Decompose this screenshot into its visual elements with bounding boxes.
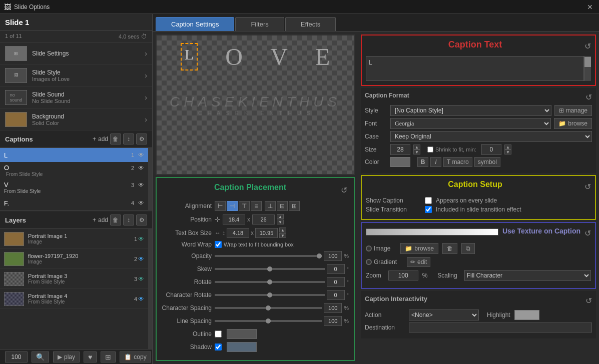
- outline-checkbox[interactable]: [215, 330, 222, 338]
- caption-setup-reset[interactable]: ↺: [584, 182, 591, 192]
- char-rotate-input[interactable]: [327, 290, 345, 300]
- layer-item-4[interactable]: Portrait Image 4 From Slide Style 4 👁: [0, 289, 148, 309]
- browse-font-button[interactable]: 📁 browse: [554, 118, 592, 129]
- line-spacing-input[interactable]: [324, 316, 342, 326]
- tab-filters[interactable]: Filters: [235, 17, 284, 31]
- size-down-button[interactable]: ▼: [413, 150, 420, 154]
- align-justify-button[interactable]: ≡: [251, 201, 262, 211]
- slide-settings-item[interactable]: ⊞ Slide Settings ›: [0, 42, 152, 64]
- align-left-button[interactable]: ⊢: [215, 201, 226, 211]
- textbox-w-input[interactable]: 4.18: [227, 228, 249, 238]
- caption-sub-v: From Slide Style: [4, 188, 41, 194]
- shadow-checkbox[interactable]: [215, 344, 222, 350]
- edit-gradient-button[interactable]: ✏ edit: [407, 257, 430, 267]
- caption-item-f[interactable]: F. 4 👁: [0, 196, 148, 210]
- layers-scrollbar[interactable]: [148, 229, 152, 349]
- tab-caption-settings[interactable]: Caption Settings: [156, 17, 234, 31]
- play-button[interactable]: ▶ play: [53, 352, 80, 362]
- opacity-slider[interactable]: [215, 255, 322, 257]
- move-layer-button[interactable]: ↕: [123, 214, 134, 226]
- zoom-value-input[interactable]: 100: [388, 270, 418, 280]
- screen-button[interactable]: ⊞: [101, 352, 116, 362]
- zoom-input[interactable]: 100: [5, 352, 28, 362]
- italic-button[interactable]: I: [430, 157, 441, 167]
- opacity-input[interactable]: [324, 251, 342, 261]
- style-select[interactable]: [No Caption Style]: [390, 105, 551, 116]
- caption-settings-button[interactable]: ⚙: [136, 134, 147, 144]
- shadow-color[interactable]: [227, 342, 257, 352]
- align-right-button[interactable]: ⊤: [239, 201, 250, 211]
- delete-texture-button[interactable]: 🗑: [442, 243, 457, 254]
- tab-effects[interactable]: Effects: [285, 17, 336, 31]
- transition-checkbox[interactable]: [425, 206, 432, 213]
- caption-placement-reset[interactable]: ↺: [339, 185, 349, 195]
- gradient-radio[interactable]: [366, 259, 372, 265]
- layer-settings-button[interactable]: ⚙: [136, 214, 147, 226]
- outline-color[interactable]: [227, 329, 257, 339]
- interactivity-reset[interactable]: ↺: [585, 296, 592, 306]
- align-center-v-button[interactable]: ⊟: [277, 201, 288, 211]
- textbox-h-input[interactable]: 10.95: [255, 228, 278, 238]
- align-top-button[interactable]: ⊥: [265, 201, 276, 211]
- skew-slider[interactable]: [215, 268, 325, 270]
- browse-texture-button[interactable]: 📁 browse: [400, 243, 438, 254]
- size-up-button[interactable]: ▲: [413, 144, 420, 150]
- heart-button[interactable]: ♥: [84, 352, 97, 362]
- align-center-h-button[interactable]: ⊣: [227, 201, 238, 211]
- add-layer-button[interactable]: + add: [93, 214, 108, 226]
- shrink-up-button[interactable]: ▲: [504, 144, 511, 150]
- char-spacing-slider[interactable]: [215, 307, 322, 309]
- slide-background-item[interactable]: Background Solid Color ›: [0, 108, 152, 130]
- textbox-arrows[interactable]: ▲ ▼: [279, 228, 286, 238]
- show-caption-checkbox[interactable]: [425, 197, 432, 204]
- case-select[interactable]: Keep Original: [390, 131, 592, 142]
- font-select[interactable]: Georgia: [390, 118, 551, 129]
- position-arrows[interactable]: ▲ ▼: [277, 214, 284, 224]
- slide-sound-item[interactable]: nosound Slide Sound No Slide Sound ›: [0, 86, 152, 108]
- delete-layer-button[interactable]: 🗑: [110, 214, 121, 226]
- char-rotate-slider[interactable]: [215, 294, 325, 296]
- highlight-color[interactable]: [514, 310, 539, 320]
- shrink-min-input[interactable]: [481, 144, 501, 155]
- shrink-down-button[interactable]: ▼: [504, 150, 511, 154]
- position-x-input[interactable]: 18.4: [223, 214, 245, 224]
- caption-item-l[interactable]: L 1 👁: [0, 148, 148, 162]
- char-spacing-input[interactable]: [324, 303, 342, 313]
- color-picker[interactable]: [390, 157, 410, 167]
- size-input[interactable]: [390, 144, 410, 155]
- zoom-button[interactable]: 🔍: [32, 352, 49, 362]
- captions-scrollbar[interactable]: [148, 148, 152, 210]
- image-radio[interactable]: [366, 246, 372, 252]
- line-spacing-slider[interactable]: [215, 320, 322, 322]
- manage-button[interactable]: ⊞ manage: [554, 105, 592, 116]
- caption-item-v[interactable]: V 3 👁 From Slide Style: [0, 179, 148, 196]
- move-caption-button[interactable]: ↕: [123, 134, 134, 144]
- layer-item-1[interactable]: Portrait Image 1 Image 1 👁: [0, 229, 148, 249]
- caption-text-input[interactable]: L: [366, 56, 584, 81]
- layer-item-2[interactable]: flower-197197_1920 Image 2 👁: [0, 249, 148, 269]
- bold-button[interactable]: B: [417, 157, 428, 167]
- caption-item-o[interactable]: O 2 👁 From Slide Style: [0, 162, 148, 179]
- caption-format-reset[interactable]: ↺: [585, 92, 592, 102]
- rotate-input[interactable]: [327, 277, 345, 287]
- rotate-slider[interactable]: [215, 281, 325, 283]
- delete-caption-button[interactable]: 🗑: [110, 134, 121, 144]
- copy-texture-button[interactable]: ⧉: [461, 243, 475, 254]
- wordwrap-checkbox[interactable]: [215, 241, 222, 248]
- action-select[interactable]: <None>: [409, 310, 479, 320]
- slide-style-item[interactable]: 🖼 Slide Style Images of Love ›: [0, 64, 152, 86]
- caption-text-reset[interactable]: ↺: [584, 42, 591, 51]
- copy-button[interactable]: 📋 copy: [120, 352, 151, 362]
- position-y-input[interactable]: 26: [252, 214, 275, 224]
- macro-button[interactable]: T macro: [443, 157, 472, 167]
- shrink-checkbox[interactable]: [427, 146, 433, 152]
- align-bottom-button[interactable]: ⊞: [289, 201, 300, 211]
- skew-input[interactable]: [327, 264, 345, 274]
- destination-input[interactable]: [409, 322, 592, 332]
- symbol-button[interactable]: symbol: [474, 157, 500, 167]
- scaling-select[interactable]: Fill Character: [464, 270, 591, 281]
- texture-reset[interactable]: ↺: [584, 228, 591, 238]
- add-caption-button[interactable]: + add: [93, 134, 108, 144]
- layer-item-3[interactable]: Portrait Image 3 From Slide Style 3 👁: [0, 269, 148, 289]
- close-button[interactable]: ✕: [585, 2, 595, 12]
